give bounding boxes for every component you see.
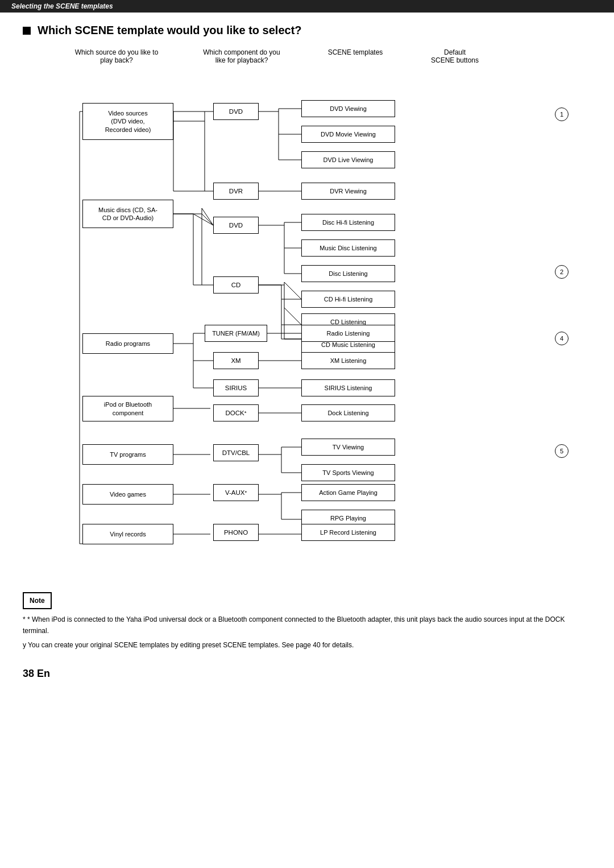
footnote-1: * * When iPod is connected to the Yaha i… bbox=[23, 614, 591, 637]
note-label: Note bbox=[23, 592, 52, 609]
comp-xm: XM bbox=[213, 352, 259, 369]
footnote-asterisk: * bbox=[23, 615, 27, 623]
comp-dtv: DTV/CBL bbox=[213, 444, 259, 461]
scene-button-5[interactable]: 5 bbox=[555, 444, 569, 458]
source-box-vinyl: Vinyl records bbox=[82, 524, 173, 544]
comp-vaux: V-AUX* bbox=[213, 484, 259, 501]
top-bar: Selecting the SCENE templates bbox=[0, 0, 614, 13]
section-title: Which SCENE template would you like to s… bbox=[23, 24, 591, 37]
scene-xm: XM Listening bbox=[301, 352, 395, 369]
comp-dvd-1: DVD bbox=[213, 103, 259, 120]
source-box-ipod: iPod or Bluetoothcomponent bbox=[82, 396, 173, 421]
scene-dvr-viewing: DVR Viewing bbox=[301, 183, 395, 200]
col-header-4: DefaultSCENE buttons bbox=[421, 48, 489, 64]
section-title-text: Which SCENE template would you like to s… bbox=[38, 24, 302, 37]
page-number: 38 En bbox=[23, 668, 591, 680]
scene-music-disc: Music Disc Listening bbox=[301, 239, 395, 257]
scene-cd-hifi: CD Hi-fi Listening bbox=[301, 291, 395, 308]
footnote-2: y You can create your original SCENE tem… bbox=[23, 639, 591, 651]
scene-disc-hifi: Disc Hi-fi Listening bbox=[301, 214, 395, 231]
col-header-2: Which component do youlike for playback? bbox=[193, 48, 290, 64]
scene-lp: LP Record Listening bbox=[301, 524, 395, 541]
svg-line-29 bbox=[284, 282, 301, 299]
col-headers: Which source do you like toplay back? Wh… bbox=[23, 48, 591, 64]
comp-tuner: TUNER (FM/AM) bbox=[205, 325, 267, 342]
source-box-games: Video games bbox=[82, 484, 173, 505]
top-bar-label: Selecting the SCENE templates bbox=[11, 2, 113, 10]
scene-tv-viewing: TV Viewing bbox=[301, 439, 395, 456]
scene-sirius: SIRIUS Listening bbox=[301, 379, 395, 396]
note-section: Note * * When iPod is connected to the Y… bbox=[23, 581, 591, 651]
comp-dvr: DVR bbox=[213, 183, 259, 200]
col-header-3: SCENE templates bbox=[307, 48, 404, 64]
square-bullet-icon bbox=[23, 27, 31, 35]
scene-dvd-live: DVD Live Viewing bbox=[301, 151, 395, 168]
main-content: Which SCENE template would you like to s… bbox=[0, 13, 614, 697]
scene-button-4[interactable]: 4 bbox=[555, 332, 569, 345]
scene-dvd-movie: DVD Movie Viewing bbox=[301, 126, 395, 143]
svg-line-16 bbox=[202, 208, 213, 225]
source-box-tv: TV programs bbox=[82, 444, 173, 465]
svg-line-17 bbox=[202, 214, 213, 225]
scene-button-1[interactable]: 1 bbox=[555, 108, 569, 121]
col-header-1: Which source do you like toplay back? bbox=[68, 48, 165, 64]
diagram-wrapper: Video sources(DVD video,Recorded video) … bbox=[34, 69, 580, 564]
source-box-video: Video sources(DVD video,Recorded video) bbox=[82, 103, 173, 140]
scene-action-game: Action Game Playing bbox=[301, 484, 395, 501]
scene-button-2[interactable]: 2 bbox=[555, 265, 569, 279]
comp-dvd-2: DVD bbox=[213, 217, 259, 234]
source-box-radio: Radio programs bbox=[82, 333, 173, 354]
scene-radio: Radio Listening bbox=[301, 325, 395, 342]
page: Selecting the SCENE templates Which SCEN… bbox=[0, 0, 614, 868]
svg-line-20 bbox=[193, 214, 213, 225]
comp-dock: DOCK* bbox=[213, 404, 259, 421]
scene-tv-sports: TV Sports Viewing bbox=[301, 464, 395, 481]
comp-sirius: SIRIUS bbox=[213, 379, 259, 396]
comp-phono: PHONO bbox=[213, 524, 259, 541]
source-box-music: Music discs (CD, SA-CD or DVD-Audio) bbox=[82, 200, 173, 228]
comp-cd: CD bbox=[213, 276, 259, 294]
svg-line-30 bbox=[284, 308, 301, 325]
scene-dock: Dock Listening bbox=[301, 404, 395, 421]
scene-disc-listening: Disc Listening bbox=[301, 265, 395, 282]
scene-dvd-viewing: DVD Viewing bbox=[301, 100, 395, 117]
